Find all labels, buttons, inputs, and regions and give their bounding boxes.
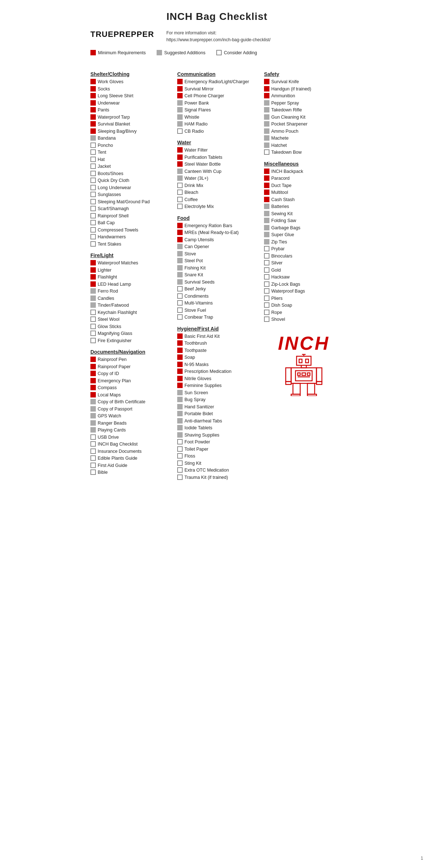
item-checkbox[interactable] — [90, 213, 96, 218]
item-checkbox[interactable] — [177, 237, 183, 242]
item-checkbox[interactable] — [264, 211, 269, 216]
item-checkbox[interactable] — [90, 469, 96, 475]
item-checkbox[interactable] — [90, 448, 96, 454]
item-checkbox[interactable] — [177, 100, 183, 106]
item-checkbox[interactable] — [264, 246, 269, 251]
item-checkbox[interactable] — [177, 169, 183, 174]
item-checkbox[interactable] — [90, 128, 96, 134]
item-checkbox[interactable] — [90, 338, 96, 343]
item-checkbox[interactable] — [90, 260, 96, 265]
item-checkbox[interactable] — [90, 392, 96, 397]
item-checkbox[interactable] — [264, 267, 269, 273]
item-checkbox[interactable] — [264, 274, 269, 280]
item-checkbox[interactable] — [264, 190, 269, 195]
item-checkbox[interactable] — [177, 411, 183, 416]
item-checkbox[interactable] — [177, 314, 183, 320]
item-checkbox[interactable] — [90, 331, 96, 336]
item-checkbox[interactable] — [90, 371, 96, 376]
item-checkbox[interactable] — [177, 265, 183, 271]
item-checkbox[interactable] — [264, 86, 269, 92]
item-checkbox[interactable] — [90, 316, 96, 322]
item-checkbox[interactable] — [90, 192, 96, 197]
item-checkbox[interactable] — [264, 239, 269, 244]
item-checkbox[interactable] — [90, 441, 96, 447]
item-checkbox[interactable] — [264, 218, 269, 223]
item-checkbox[interactable] — [264, 107, 269, 112]
item-checkbox[interactable] — [177, 404, 183, 409]
item-checkbox[interactable] — [90, 427, 96, 433]
item-checkbox[interactable] — [90, 199, 96, 204]
item-checkbox[interactable] — [177, 307, 183, 313]
item-checkbox[interactable] — [90, 178, 96, 183]
item-checkbox[interactable] — [90, 121, 96, 127]
item-checkbox[interactable] — [177, 354, 183, 360]
item-checkbox[interactable] — [177, 147, 183, 153]
item-checkbox[interactable] — [90, 234, 96, 239]
item-checkbox[interactable] — [264, 79, 269, 84]
item-checkbox[interactable] — [90, 241, 96, 247]
item-checkbox[interactable] — [177, 453, 183, 459]
item-checkbox[interactable] — [177, 432, 183, 438]
item-checkbox[interactable] — [264, 128, 269, 134]
item-checkbox[interactable] — [177, 467, 183, 473]
item-checkbox[interactable] — [177, 230, 183, 235]
item-checkbox[interactable] — [90, 149, 96, 155]
item-checkbox[interactable] — [90, 163, 96, 169]
item-checkbox[interactable] — [177, 272, 183, 277]
item-checkbox[interactable] — [177, 197, 183, 202]
item-checkbox[interactable] — [177, 244, 183, 249]
item-checkbox[interactable] — [90, 302, 96, 308]
item-checkbox[interactable] — [177, 383, 183, 388]
item-checkbox[interactable] — [90, 378, 96, 383]
item-checkbox[interactable] — [177, 86, 183, 92]
item-checkbox[interactable] — [90, 364, 96, 369]
item-checkbox[interactable] — [177, 397, 183, 402]
item-checkbox[interactable] — [90, 324, 96, 329]
item-checkbox[interactable] — [177, 107, 183, 112]
item-checkbox[interactable] — [177, 183, 183, 188]
item-checkbox[interactable] — [264, 93, 269, 98]
item-checkbox[interactable] — [264, 316, 269, 322]
item-checkbox[interactable] — [90, 100, 96, 106]
item-checkbox[interactable] — [90, 455, 96, 461]
item-checkbox[interactable] — [90, 220, 96, 225]
item-checkbox[interactable] — [90, 399, 96, 404]
item-checkbox[interactable] — [264, 114, 269, 120]
item-checkbox[interactable] — [177, 161, 183, 167]
item-checkbox[interactable] — [264, 281, 269, 287]
item-checkbox[interactable] — [90, 434, 96, 440]
item-checkbox[interactable] — [177, 425, 183, 430]
item-checkbox[interactable] — [264, 288, 269, 294]
item-checkbox[interactable] — [90, 420, 96, 426]
item-checkbox[interactable] — [90, 114, 96, 120]
item-checkbox[interactable] — [90, 185, 96, 190]
item-checkbox[interactable] — [90, 107, 96, 112]
item-checkbox[interactable] — [177, 475, 183, 480]
item-checkbox[interactable] — [90, 463, 96, 468]
item-checkbox[interactable] — [90, 281, 96, 287]
item-checkbox[interactable] — [264, 302, 269, 308]
item-checkbox[interactable] — [177, 300, 183, 306]
item-checkbox[interactable] — [90, 79, 96, 84]
item-checkbox[interactable] — [177, 460, 183, 466]
item-checkbox[interactable] — [264, 310, 269, 315]
item-checkbox[interactable] — [177, 340, 183, 346]
item-checkbox[interactable] — [177, 293, 183, 299]
item-checkbox[interactable] — [90, 93, 96, 98]
item-checkbox[interactable] — [264, 175, 269, 181]
item-checkbox[interactable] — [90, 385, 96, 390]
item-checkbox[interactable] — [90, 135, 96, 141]
item-checkbox[interactable] — [90, 86, 96, 92]
item-checkbox[interactable] — [177, 258, 183, 263]
item-checkbox[interactable] — [264, 232, 269, 237]
item-checkbox[interactable] — [264, 142, 269, 148]
item-checkbox[interactable] — [264, 225, 269, 230]
item-checkbox[interactable] — [177, 154, 183, 160]
item-checkbox[interactable] — [264, 295, 269, 301]
item-checkbox[interactable] — [264, 169, 269, 174]
item-checkbox[interactable] — [177, 348, 183, 353]
item-checkbox[interactable] — [177, 121, 183, 127]
item-checkbox[interactable] — [264, 204, 269, 209]
item-checkbox[interactable] — [90, 171, 96, 176]
item-checkbox[interactable] — [90, 267, 96, 273]
